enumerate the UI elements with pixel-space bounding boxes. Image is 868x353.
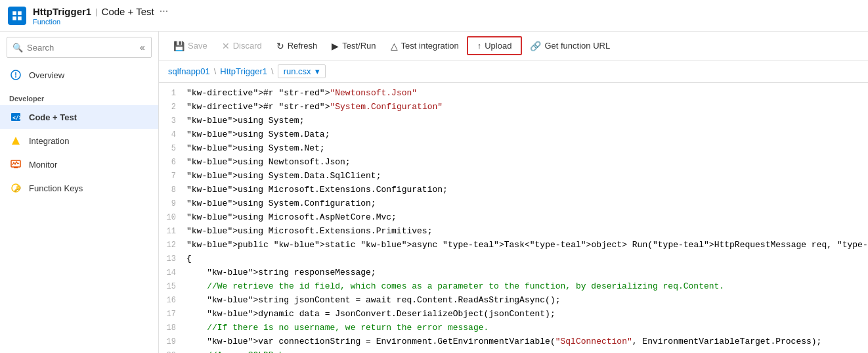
svg-text:</>: </>: [12, 115, 21, 121]
code-line: 2"kw-directive">#r "str-red">"System.Con…: [159, 102, 868, 116]
code-line: 9"kw-blue">using System.Configuration;: [159, 199, 868, 212]
search-box[interactable]: 🔍 «: [7, 37, 152, 58]
line-number: 14: [159, 268, 186, 277]
line-number: 16: [159, 295, 186, 305]
code-editor[interactable]: 1"kw-directive">#r "str-red">"Newtonsoft…: [159, 83, 868, 353]
line-content: {: [186, 254, 868, 264]
app-icon: [8, 7, 26, 25]
line-number: 19: [159, 337, 186, 346]
line-content: "kw-blue">string jsonContent = await req…: [186, 295, 868, 305]
top-header: HttpTrigger1 | Code + Test ··· Function: [0, 0, 868, 32]
file-name: run.csx: [284, 66, 311, 76]
line-number: 7: [159, 171, 186, 181]
line-content: "kw-blue">using System.Configuration;: [186, 199, 868, 208]
get-url-icon: 🔗: [530, 41, 541, 51]
line-content: //We retrieve the id field, which comes …: [186, 281, 868, 291]
save-icon: 💾: [173, 41, 184, 51]
line-number: 6: [159, 157, 186, 167]
sidebar-item-overview[interactable]: Overview: [0, 63, 158, 87]
line-number: 2: [159, 102, 186, 112]
code-line: 3"kw-blue">using System;: [159, 116, 868, 129]
code-line: 7"kw-blue">using System.Data.SqlClient;: [159, 171, 868, 185]
code-line: 18 //If there is no username, we return …: [159, 323, 868, 337]
code-line: 6"kw-blue">using Newtonsoft.Json;: [159, 157, 868, 171]
line-content: "kw-blue">dynamic data = JsonConvert.Des…: [186, 309, 868, 319]
svg-text:🔑: 🔑: [14, 185, 21, 193]
code-line: 11"kw-blue">using Microsoft.Extensions.P…: [159, 226, 868, 240]
search-icon: 🔍: [12, 43, 23, 53]
refresh-button[interactable]: ↻ Refresh: [270, 37, 324, 55]
monitor-label: Monitor: [29, 160, 57, 170]
discard-button[interactable]: ✕ Discard: [215, 37, 269, 55]
overview-icon: [9, 68, 22, 82]
svg-marker-9: [12, 137, 20, 145]
breadcrumb-function[interactable]: HttpTrigger1: [220, 66, 267, 76]
save-button[interactable]: 💾 Save: [167, 37, 214, 55]
svg-rect-1: [18, 11, 22, 15]
sidebar-item-integration[interactable]: Integration: [0, 129, 158, 153]
header-sep: |: [95, 7, 97, 16]
line-number: 10: [159, 212, 186, 222]
svg-rect-0: [12, 11, 16, 15]
line-number: 20: [159, 350, 186, 353]
code-line: 5"kw-blue">using System.Net;: [159, 143, 868, 157]
breadcrumb-app[interactable]: sqlfnapp01: [168, 66, 210, 76]
line-content: "kw-blue">using System.Net;: [186, 143, 868, 153]
get-function-url-button[interactable]: 🔗 Get function URL: [523, 37, 617, 55]
page-title: Code + Test: [102, 6, 154, 17]
test-run-icon: ▶: [332, 41, 339, 51]
function-keys-label: Function Keys: [29, 183, 83, 193]
header-left: HttpTrigger1 | Code + Test ··· Function: [33, 5, 168, 26]
refresh-icon: ↻: [276, 41, 284, 51]
code-line: 20 //Azure SQLDB Log: [159, 350, 868, 353]
line-content: "kw-blue">using Microsoft.AspNetCore.Mvc…: [186, 212, 868, 222]
line-number: 3: [159, 116, 186, 126]
upload-button[interactable]: ↑ Upload: [467, 36, 523, 55]
main-layout: 🔍 « Overview Developer </> Code + Test: [0, 32, 868, 353]
code-test-label: Code + Test: [29, 112, 77, 122]
line-content: //Azure SQLDB Log: [186, 350, 868, 353]
sidebar: 🔍 « Overview Developer </> Code + Test: [0, 32, 159, 353]
line-content: "kw-directive">#r "str-red">"System.Conf…: [186, 102, 868, 112]
line-number: 18: [159, 323, 186, 333]
test-integration-button[interactable]: △ Test integration: [384, 37, 466, 55]
monitor-icon: [9, 158, 22, 171]
line-number: 9: [159, 199, 186, 208]
test-integration-icon: △: [391, 41, 398, 51]
line-number: 5: [159, 143, 186, 153]
line-number: 17: [159, 309, 186, 319]
upload-icon: ↑: [477, 41, 482, 51]
file-selector[interactable]: run.csx ▾: [278, 64, 326, 78]
line-number: 13: [159, 254, 186, 264]
svg-point-6: [15, 76, 16, 78]
line-number: 1: [159, 88, 186, 98]
toolbar: 💾 Save ✕ Discard ↻ Refresh ▶ Test/Run △ …: [159, 32, 868, 60]
line-content: "kw-blue">using Microsoft.Extensions.Con…: [186, 185, 868, 195]
sidebar-item-function-keys[interactable]: 🔑 Function Keys: [0, 176, 158, 200]
svg-rect-3: [18, 16, 22, 20]
line-content: //If there is no username, we return the…: [186, 323, 868, 333]
line-content: "kw-blue">var connectionString = Environ…: [186, 337, 868, 346]
line-content: "kw-directive">#r "str-red">"Newtonsoft.…: [186, 88, 868, 98]
code-line: 14 "kw-blue">string responseMessage;: [159, 268, 868, 281]
sidebar-nav: Overview Developer </> Code + Test Integ…: [0, 63, 158, 353]
line-content: "kw-blue">using System;: [186, 116, 868, 126]
code-line: 1"kw-directive">#r "str-red">"Newtonsoft…: [159, 88, 868, 102]
line-content: "kw-blue">using System.Data;: [186, 129, 868, 139]
sidebar-item-code-test[interactable]: </> Code + Test: [0, 105, 158, 129]
line-number: 15: [159, 281, 186, 291]
svg-rect-11: [14, 167, 18, 168]
code-line: 17 "kw-blue">dynamic data = JsonConvert.…: [159, 309, 868, 323]
more-options-icon[interactable]: ···: [160, 5, 168, 17]
developer-section-label: Developer: [0, 87, 158, 105]
sidebar-item-monitor[interactable]: Monitor: [0, 153, 158, 176]
collapse-icon[interactable]: «: [137, 41, 148, 54]
line-content: "kw-blue">public "kw-blue">static "kw-bl…: [186, 240, 868, 250]
breadcrumb-sep1: \: [214, 66, 217, 76]
svg-rect-2: [12, 16, 16, 20]
code-line: 4"kw-blue">using System.Data;: [159, 129, 868, 143]
test-run-button[interactable]: ▶ Test/Run: [325, 37, 382, 55]
search-input[interactable]: [27, 43, 137, 53]
function-keys-icon: 🔑: [9, 181, 22, 195]
line-number: 8: [159, 185, 186, 195]
